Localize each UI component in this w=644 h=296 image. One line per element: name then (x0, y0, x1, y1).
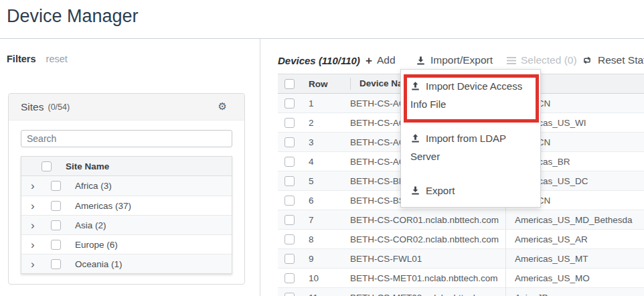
filters-bar: Filters reset (7, 54, 68, 64)
site-checkbox[interactable] (51, 181, 61, 191)
site-search-input[interactable] (21, 130, 232, 147)
site-name-column-header[interactable]: Site Name (66, 161, 232, 171)
sites-table-header: Site Name (21, 157, 232, 176)
site-row-africa[interactable]: › Africa (3) (21, 176, 232, 196)
device-checkbox[interactable] (285, 98, 295, 108)
expand-chevron-icon[interactable]: › (31, 220, 51, 231)
site-row-asia[interactable]: › Asia (2) (21, 215, 232, 234)
sites-table: Site Name › Africa (3) › Americas (37) ›… (21, 156, 232, 274)
device-checkbox[interactable] (285, 176, 295, 186)
device-manager-page: { "page": { "title": "Device Manager" },… (0, 0, 644, 296)
sites-panel-body: Site Name › Africa (3) › Americas (37) ›… (9, 121, 244, 274)
row-number: 7 (309, 215, 350, 225)
site-checkbox[interactable] (51, 240, 61, 250)
reset-status-button[interactable]: Reset Stati (581, 54, 644, 66)
import-export-button[interactable]: Import/Export (416, 54, 493, 66)
device-site: Asia_JP (505, 288, 644, 296)
download-icon (410, 186, 420, 196)
row-column-header[interactable]: Row (309, 79, 350, 89)
site-checkbox[interactable] (51, 259, 61, 269)
site-row-oceania[interactable]: › Oceania (1) (21, 254, 232, 273)
sites-count: (0/54) (48, 102, 70, 112)
selected-button: Selected (0) (507, 54, 577, 66)
sites-panel-header: Sites (0/54) ⚙ (9, 94, 244, 121)
menu-item-export[interactable]: Export (401, 181, 540, 200)
row-number: 2 (309, 118, 350, 128)
add-label: Add (377, 54, 396, 66)
retweet-icon (581, 56, 593, 65)
site-label: Asia (2) (75, 220, 232, 230)
plus-icon: + (366, 55, 372, 66)
device-checkbox[interactable] (285, 293, 295, 296)
row-number: 10 (309, 273, 350, 283)
menu-item-import-device-access[interactable]: Import Device Access Info File (401, 77, 540, 113)
device-row: 7 BETH-CS-COR01.nclab.nbttech.com Americ… (278, 210, 644, 230)
panel-divider (260, 39, 260, 296)
reset-status-label: Reset Stati (598, 54, 644, 66)
row-number: 6 (309, 196, 350, 206)
gear-icon[interactable]: ⚙ (218, 102, 227, 112)
import-export-label: Import/Export (430, 54, 493, 66)
row-number: 8 (309, 234, 350, 244)
device-checkbox[interactable] (285, 157, 295, 167)
site-label: Americas (37) (75, 201, 232, 211)
row-number: 4 (309, 157, 350, 167)
device-row: 9 BETH-CS-FWL01 Americas_US_MT (278, 249, 644, 269)
device-checkbox[interactable] (285, 196, 295, 206)
row-number: 9 (309, 254, 350, 264)
select-all-devices-checkbox[interactable] (285, 79, 295, 89)
filters-label: Filters (7, 54, 36, 64)
row-number: 1 (309, 98, 350, 108)
selected-label: Selected (0) (521, 54, 577, 66)
device-checkbox[interactable] (285, 215, 295, 225)
menu-item-label: Export (426, 185, 455, 196)
filters-reset-link[interactable]: reset (46, 54, 68, 64)
device-site: Americas_US_MT (505, 249, 644, 269)
device-name: BETH-CS-COR02.nclab.nbttech.com (350, 234, 505, 244)
site-row-americas[interactable]: › Americas (37) (21, 196, 232, 215)
expand-chevron-icon[interactable]: › (31, 200, 51, 212)
device-name: BETH-CS-COR01.nclab.nbttech.com (350, 215, 505, 225)
row-number: 3 (309, 137, 350, 147)
sites-panel: Sites (0/54) ⚙ Site Name › Africa (3) › … (8, 93, 245, 285)
expand-chevron-icon[interactable]: › (31, 239, 51, 250)
hamburger-icon (507, 56, 516, 65)
sites-title: Sites (21, 101, 44, 113)
device-row: 8 BETH-CS-COR02.nclab.nbttech.com Americ… (278, 230, 644, 249)
expand-chevron-icon[interactable]: › (31, 180, 51, 192)
site-label: Oceania (1) (75, 259, 232, 269)
page-title: Device Manager (7, 6, 139, 27)
site-row-europe[interactable]: › Europe (6) (21, 234, 232, 254)
upload-icon (410, 81, 420, 91)
device-name: BETH-CS-FWL01 (350, 254, 505, 264)
site-checkbox[interactable] (51, 220, 61, 230)
import-export-dropdown: Import Device Access Info File Import fr… (400, 69, 541, 208)
device-checkbox[interactable] (285, 254, 295, 264)
device-name: BETH-CS-MET01.nclab.nbttech.com (350, 273, 505, 283)
site-label: Africa (3) (75, 181, 232, 191)
device-checkbox[interactable] (285, 118, 295, 128)
menu-item-label: Import from LDAP Server (410, 133, 506, 162)
add-button[interactable]: + Add (366, 54, 396, 66)
row-number: 11 (309, 293, 350, 296)
device-checkbox[interactable] (285, 137, 295, 147)
row-number: 5 (309, 176, 350, 186)
devices-title: Devices (110/110) (278, 55, 360, 66)
upload-icon (410, 133, 420, 143)
menu-item-import-ldap[interactable]: Import from LDAP Server (401, 129, 540, 165)
device-checkbox[interactable] (285, 234, 295, 244)
device-site: Americas_US_AR (505, 230, 644, 249)
download-icon (416, 56, 426, 66)
expand-chevron-icon[interactable]: › (31, 258, 51, 270)
select-all-sites-checkbox[interactable] (42, 161, 52, 171)
header-divider (0, 38, 644, 39)
device-row: 11 BETH-CS-MET02.nclab.nbttech.com Asia_… (278, 288, 644, 296)
device-site: Americas_US_MD_Bethesda (505, 210, 644, 230)
device-name: BETH-CS-MET02.nclab.nbttech.com (350, 293, 505, 296)
site-checkbox[interactable] (51, 201, 61, 211)
site-label: Europe (6) (75, 240, 232, 250)
device-site: Americas_US_MO (505, 269, 644, 288)
device-row: 10 BETH-CS-MET01.nclab.nbttech.com Ameri… (278, 269, 644, 288)
device-checkbox[interactable] (285, 273, 295, 283)
menu-item-label: Import Device Access Info File (410, 80, 522, 110)
